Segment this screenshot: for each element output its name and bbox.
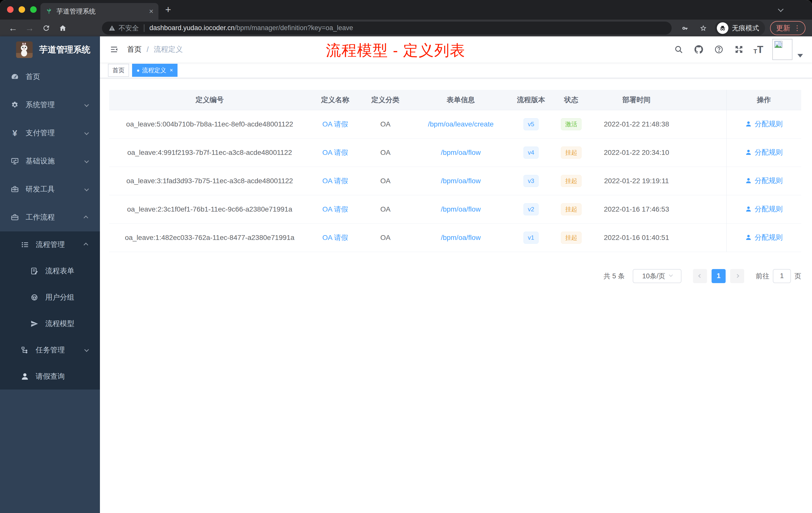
dashboard-icon <box>10 72 20 82</box>
browser-tab[interactable]: 芋道管理系统 × <box>40 3 158 20</box>
red-annotation-text: 流程模型 - 定义列表 <box>326 40 465 61</box>
form-link[interactable]: /bpm/oa/flow <box>441 149 481 156</box>
definition-name-link[interactable]: OA 请假 <box>322 177 348 185</box>
cell-deploy-time: 2022-01-16 17:46:53 <box>591 195 682 223</box>
user-icon <box>20 372 30 381</box>
definition-name-link[interactable]: OA 请假 <box>322 205 348 213</box>
url-path: /bpm/manager/definition?key=oa_leave <box>234 24 353 32</box>
sidebar-item-payment[interactable]: ¥ 支付管理 <box>0 119 100 147</box>
status-badge: 激活 <box>561 118 581 130</box>
fullscreen-icon[interactable] <box>733 44 745 55</box>
security-label[interactable]: 不安全 <box>118 24 139 33</box>
avatar-broken-image[interactable] <box>772 39 792 60</box>
forward-icon[interactable]: → <box>23 22 36 35</box>
update-label: 更新 <box>776 23 790 33</box>
goto-label: 前往 <box>756 272 769 280</box>
sidebar-item-process-manage[interactable]: 流程管理 <box>0 232 100 258</box>
more-menu-icon[interactable]: ⋮ <box>794 24 801 32</box>
sidebar-item-user-group[interactable]: 用户分组 <box>0 284 100 310</box>
key-icon[interactable] <box>679 22 692 35</box>
cell-category: OA <box>360 167 410 195</box>
sidebar-item-process-form[interactable]: 流程表单 <box>0 258 100 284</box>
breadcrumb-home[interactable]: 首页 <box>127 44 142 55</box>
cell-spacer <box>682 195 726 223</box>
toolbar-right: 无痕模式 更新 ⋮ <box>679 21 806 36</box>
caret-down-icon[interactable] <box>798 54 803 58</box>
sidebar-logo-row[interactable]: 芋道管理系统 <box>0 36 100 63</box>
version-badge: v1 <box>523 232 538 244</box>
page-number-current[interactable]: 1 <box>712 269 726 283</box>
column-header-spacer <box>682 90 726 110</box>
sidebar-item-label: 流程模型 <box>45 319 74 329</box>
monitor-icon <box>10 156 20 166</box>
app-title: 芋道管理系统 <box>39 44 90 56</box>
tag-close-icon[interactable]: × <box>170 67 173 73</box>
chevron-right-icon <box>735 274 739 278</box>
cell-definition-id: oa_leave:5:004b710b-7b8a-11ec-8ef0-acde4… <box>109 110 310 138</box>
assign-rule-link[interactable]: 分配规则 <box>745 176 783 185</box>
prev-page-button[interactable] <box>693 269 707 283</box>
form-link[interactable]: /bpm/oa/leave/create <box>428 120 494 128</box>
page-size-select[interactable]: 10条/页 <box>633 269 682 283</box>
sidebar-item-task-manage[interactable]: 任务管理 <box>0 337 100 363</box>
assign-rule-link[interactable]: 分配规则 <box>745 119 783 129</box>
cell-category: OA <box>360 195 410 223</box>
github-icon[interactable] <box>693 44 704 55</box>
definition-table: 定义编号 定义名称 定义分类 表单信息 流程版本 状态 部署时间 操作 <box>109 90 801 252</box>
broken-image-icon <box>774 41 784 50</box>
tag-label: 首页 <box>113 66 124 74</box>
form-link[interactable]: /bpm/oa/flow <box>441 205 481 213</box>
user-icon <box>745 120 752 127</box>
close-window-button[interactable] <box>7 6 13 13</box>
definition-name-link[interactable]: OA 请假 <box>322 149 348 156</box>
assign-rule-link[interactable]: 分配规则 <box>745 148 783 157</box>
new-tab-button[interactable]: + <box>165 4 171 14</box>
update-button[interactable]: 更新 ⋮ <box>770 21 806 35</box>
search-icon[interactable] <box>673 44 684 55</box>
table-row: oa_leave:5:004b710b-7b8a-11ec-8ef0-acde4… <box>109 110 801 138</box>
version-badge: v5 <box>523 118 538 130</box>
definition-name-link[interactable]: OA 请假 <box>322 120 348 128</box>
user-group-icon <box>30 293 39 302</box>
form-link[interactable]: /bpm/oa/flow <box>441 234 481 241</box>
sidebar-item-process-model[interactable]: 流程模型 <box>0 310 100 337</box>
incognito-badge: 无痕模式 <box>715 21 765 36</box>
hamburger-icon[interactable] <box>109 44 119 55</box>
font-size-icon[interactable]: TT <box>754 44 763 55</box>
back-icon[interactable]: ← <box>6 22 20 35</box>
tag-home[interactable]: 首页 <box>108 64 129 77</box>
sidebar-item-home[interactable]: 首页 <box>0 63 100 91</box>
tab-close-icon[interactable]: × <box>149 7 153 15</box>
user-icon <box>745 177 752 184</box>
definition-name-link[interactable]: OA 请假 <box>322 234 348 241</box>
maximize-window-button[interactable] <box>30 6 37 13</box>
assign-rule-link[interactable]: 分配规则 <box>745 204 783 214</box>
org-tree-icon <box>20 345 30 355</box>
table-row: oa_leave:3:1fad3d93-7b75-11ec-a3c8-acde4… <box>109 167 801 195</box>
goto-page-input[interactable] <box>773 269 791 283</box>
tab-title: 芋道管理系统 <box>57 7 149 16</box>
tag-process-definition[interactable]: ● 流程定义 × <box>132 64 177 77</box>
cell-deploy-time: 2022-01-22 19:19:11 <box>591 167 682 195</box>
status-badge: 挂起 <box>561 147 581 159</box>
browser-toolbar: ← → 不安全 dashboard.yudao.iocoder.cn /bpm/… <box>0 20 812 36</box>
sidebar-item-infrastructure[interactable]: 基础设施 <box>0 147 100 175</box>
status-badge: 挂起 <box>561 175 581 187</box>
incognito-label: 无痕模式 <box>732 24 759 33</box>
reload-icon[interactable] <box>40 22 53 35</box>
chevron-down-icon <box>84 158 89 163</box>
sidebar-item-devtools[interactable]: 研发工具 <box>0 175 100 203</box>
address-bar[interactable]: 不安全 dashboard.yudao.iocoder.cn /bpm/mana… <box>102 22 672 35</box>
form-link[interactable]: /bpm/oa/flow <box>441 177 481 185</box>
assign-rule-link[interactable]: 分配规则 <box>745 233 783 242</box>
help-icon[interactable] <box>713 44 724 55</box>
bookmark-star-icon[interactable] <box>697 22 710 35</box>
home-icon[interactable] <box>56 22 69 35</box>
sidebar-item-workflow[interactable]: 工作流程 <box>0 203 100 232</box>
tab-search-chevron-icon[interactable] <box>778 7 782 12</box>
minimize-window-button[interactable] <box>19 6 25 13</box>
sidebar-item-leave-query[interactable]: 请假查询 <box>0 363 100 390</box>
sidebar-item-system[interactable]: 系统管理 <box>0 91 100 119</box>
next-page-button[interactable] <box>730 269 744 283</box>
logo-image <box>16 41 33 58</box>
